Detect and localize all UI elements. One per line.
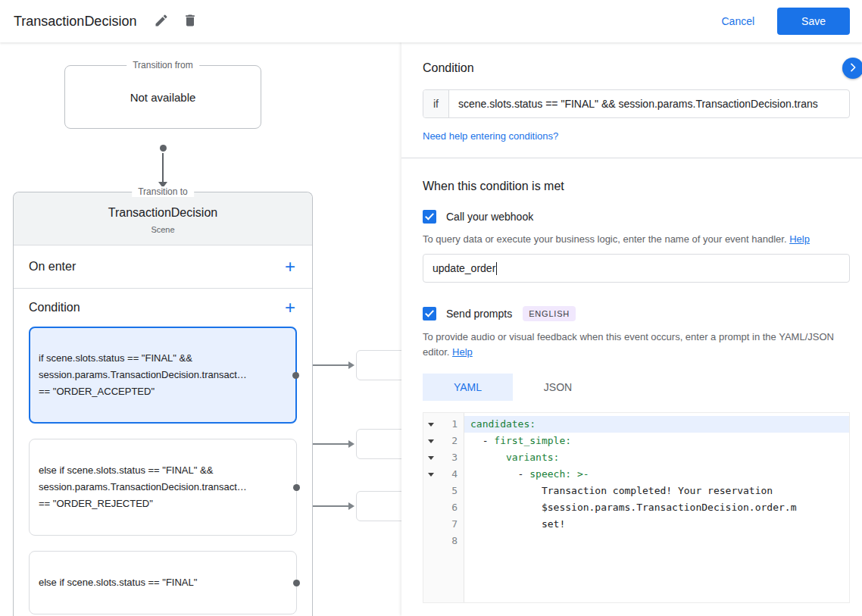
conditions-help-link[interactable]: Need help entering conditions? (423, 130, 558, 142)
webhook-handler-value: update_order (433, 262, 495, 274)
code-line[interactable]: Transaction completed! Your reservation (464, 483, 849, 499)
code-text: $session.params.TransactionDecision.orde… (542, 502, 797, 513)
yaml-code-editor[interactable]: 1 2 3 4 5 (423, 412, 850, 603)
line-number: 2 (451, 433, 458, 449)
main-body: Transition from Not available Transition… (0, 42, 862, 616)
gutter-row: 7 (423, 516, 464, 533)
prompts-description-text: To provide audio or visual feedback when… (423, 331, 834, 358)
condition-card-1[interactable]: if scene.slots.status == "FINAL" && sess… (29, 327, 297, 424)
fold-arrow-icon[interactable] (428, 423, 434, 427)
webhook-description-text: To query data or execute your business l… (423, 233, 787, 245)
save-button[interactable]: Save (777, 8, 850, 35)
trash-icon (183, 13, 198, 30)
connector-line (162, 153, 164, 182)
gutter-row: 3 (423, 449, 464, 466)
arrow-right-icon (348, 361, 354, 369)
yaml-key: variants: (506, 452, 559, 463)
fold-arrow-icon[interactable] (428, 473, 434, 477)
panel-header: Condition (423, 42, 850, 75)
scene-diagram-canvas: Transition from Not available Transition… (0, 42, 401, 616)
condition-expression-field: if scene.slots.status == "FINAL" && sess… (423, 89, 850, 118)
top-bar-left: TransactionDecision (14, 7, 205, 36)
code-line[interactable]: - first_simple: (464, 433, 849, 449)
send-prompts-checkbox[interactable] (423, 307, 436, 321)
editor-format-tabs: YAML JSON (423, 374, 850, 401)
tab-json[interactable]: JSON (513, 374, 603, 401)
prompts-help-link[interactable]: Help (452, 346, 473, 358)
connector-port[interactable] (293, 484, 300, 491)
on-enter-label: On enter (29, 260, 76, 274)
yaml-key: candidates: (470, 418, 536, 430)
condition-card-2[interactable]: else if scene.slots.status == "FINAL" &&… (29, 439, 297, 536)
on-enter-section: On enter + (14, 245, 312, 289)
scene-name: TransactionDecision (21, 206, 305, 220)
gutter-row: 4 (423, 466, 464, 483)
webhook-help-link[interactable]: Help (789, 233, 810, 245)
send-prompts-label: Send prompts (446, 308, 512, 320)
prompts-description: To provide audio or visual feedback when… (423, 330, 848, 360)
code-indent (470, 502, 542, 513)
condition-section-label: Condition (29, 301, 80, 314)
editor-code-area[interactable]: candidates: - first_simple: variants: - … (464, 413, 849, 602)
line-number: 8 (451, 533, 458, 549)
transition-to-node: Transition to TransactionDecision Scene … (13, 192, 313, 616)
fold-arrow-icon[interactable] (428, 439, 434, 443)
add-on-enter-button[interactable]: + (277, 254, 303, 280)
chevron-right-icon (847, 61, 859, 76)
on-enter-row: On enter + (14, 245, 312, 288)
text-caret (496, 262, 497, 275)
delete-button[interactable] (176, 7, 205, 36)
connector-port[interactable] (293, 580, 300, 586)
when-condition-met-title: When this condition is met (423, 180, 850, 193)
connector-port[interactable] (292, 372, 299, 379)
condition-expression-input[interactable]: scene.slots.status == "FINAL" && session… (449, 90, 849, 117)
code-line[interactable]: set! (464, 516, 849, 533)
add-condition-button[interactable]: + (277, 295, 303, 321)
line-number: 6 (451, 499, 458, 516)
scene-header: TransactionDecision Scene (14, 192, 312, 245)
code-line[interactable]: - speech: >- (464, 466, 849, 483)
fold-arrow-icon[interactable] (428, 456, 434, 460)
webhook-description: To query data or execute your business l… (423, 232, 848, 247)
top-bar: TransactionDecision Cancel Save (0, 0, 862, 42)
send-prompts-row: Send prompts ENGLISH (423, 306, 850, 321)
code-indent (470, 485, 542, 496)
app-window: TransactionDecision Cancel Save Transiti… (0, 0, 862, 616)
condition-section: Condition + if scene.slots.status == "FI… (14, 289, 312, 616)
call-webhook-checkbox[interactable] (423, 210, 436, 224)
scene-type: Scene (21, 225, 305, 234)
pencil-icon (154, 13, 169, 30)
code-line[interactable] (464, 533, 849, 549)
code-indent: - (470, 435, 494, 446)
condition-section-row: Condition + (14, 289, 312, 327)
code-line[interactable]: variants: (464, 449, 849, 466)
edit-button[interactable] (147, 7, 176, 36)
gutter-row: 1 (423, 416, 464, 433)
page-title: TransactionDecision (14, 14, 136, 30)
editor-gutter: 1 2 3 4 5 (423, 413, 464, 602)
gutter-row: 2 (423, 433, 464, 449)
arrow-right-icon (348, 440, 354, 448)
line-number: 4 (451, 466, 458, 483)
condition-card-1-text: if scene.slots.status == "FINAL" && sess… (39, 352, 247, 397)
code-text: set! (542, 518, 565, 530)
call-webhook-label: Call your webhook (446, 211, 533, 223)
transition-from-content: Not available (65, 66, 261, 128)
condition-card-3-text: else if scene.slots.status == "FINAL" (39, 577, 197, 588)
condition-editor-panel: Condition if scene.slots.status == "FINA… (401, 42, 862, 616)
webhook-handler-input[interactable]: update_order (423, 254, 850, 283)
line-number: 1 (451, 416, 458, 433)
condition-card-3[interactable]: else if scene.slots.status == "FINAL" (29, 551, 297, 614)
call-webhook-row: Call your webhook (423, 210, 850, 224)
if-prefix: if (423, 90, 449, 117)
code-line[interactable]: $session.params.TransactionDecision.orde… (464, 499, 849, 516)
tab-yaml[interactable]: YAML (423, 374, 513, 401)
cancel-button[interactable]: Cancel (721, 15, 754, 27)
yaml-key: speech: >- (529, 468, 589, 480)
code-line[interactable]: candidates: (464, 416, 849, 433)
collapse-panel-button[interactable] (842, 58, 862, 79)
transition-from-node[interactable]: Transition from Not available (64, 65, 261, 129)
panel-title: Condition (423, 61, 850, 75)
code-indent (470, 518, 542, 530)
gutter-row: 8 (423, 533, 464, 549)
